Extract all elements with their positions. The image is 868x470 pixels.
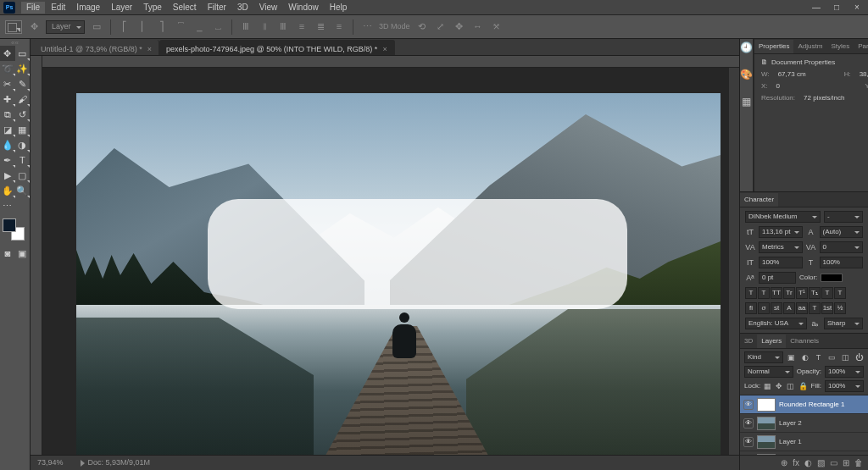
- 3d-roll-icon[interactable]: ⤢: [434, 20, 448, 34]
- vscale-field[interactable]: 100%: [759, 257, 803, 268]
- layer-thumbnail-icon[interactable]: [757, 417, 776, 430]
- font-size-field[interactable]: 113,16 pt: [759, 226, 803, 238]
- rounded-rectangle-layer[interactable]: [208, 199, 627, 309]
- tab-layers[interactable]: Layers: [757, 335, 786, 348]
- scrollbar-vertical[interactable]: [729, 68, 739, 455]
- new-layer-icon[interactable]: ⊞: [843, 459, 849, 467]
- layer-row[interactable]: 👁 Layer 1: [740, 433, 868, 451]
- menu-3d[interactable]: 3D: [232, 2, 253, 14]
- crop-tool-icon[interactable]: ✂: [0, 76, 15, 91]
- history-brush-tool-icon[interactable]: ↺: [15, 107, 31, 122]
- 3d-slide-icon[interactable]: ↔: [471, 20, 485, 34]
- menu-image[interactable]: Image: [71, 2, 105, 14]
- tab-paragraph[interactable]: Paragrap: [854, 40, 868, 53]
- font-style-dropdown[interactable]: -: [824, 211, 863, 223]
- ruler-vertical[interactable]: [31, 68, 42, 455]
- gradient-tool-icon[interactable]: ▦: [15, 122, 31, 137]
- faux-bold-button[interactable]: T: [745, 287, 757, 299]
- close-tab-icon[interactable]: ×: [382, 46, 387, 53]
- visibility-toggle-icon[interactable]: 👁: [743, 418, 754, 429]
- fractions-button[interactable]: ½: [834, 302, 846, 314]
- lock-all-icon[interactable]: 🔒: [798, 383, 808, 390]
- filter-shape-icon[interactable]: ▭: [826, 354, 837, 362]
- hscale-field[interactable]: 100%: [820, 257, 864, 268]
- healing-tool-icon[interactable]: ✚: [0, 91, 15, 107]
- titling-alt-button[interactable]: T: [809, 302, 821, 314]
- subscript-button[interactable]: T₁: [809, 287, 821, 299]
- transform-controls-icon[interactable]: ▭: [90, 20, 103, 34]
- filter-toggle-icon[interactable]: ⏻: [854, 354, 864, 362]
- contextual-alt-button[interactable]: σ: [758, 302, 770, 314]
- blend-mode-dropdown[interactable]: Normal: [744, 366, 793, 378]
- tab-character[interactable]: Character: [740, 193, 778, 207]
- status-zoom[interactable]: 73,94%: [37, 459, 64, 467]
- layer-thumbnail-icon[interactable]: [757, 398, 776, 412]
- dodge-tool-icon[interactable]: ◑: [15, 137, 31, 152]
- language-dropdown[interactable]: English: USA: [745, 318, 807, 329]
- mode-3d-label[interactable]: 3D Mode: [379, 23, 410, 30]
- baseline-field[interactable]: 0 pt: [759, 272, 796, 284]
- 3d-scale-icon[interactable]: ⤧: [490, 20, 504, 34]
- tab-3d[interactable]: 3D: [740, 335, 757, 348]
- adjustment-layer-icon[interactable]: ▧: [817, 459, 825, 467]
- history-panel-icon[interactable]: 🕘: [740, 42, 753, 53]
- shape-tool-icon[interactable]: ▢: [15, 168, 31, 183]
- filter-smart-icon[interactable]: ◫: [840, 354, 850, 362]
- edit-toolbar-icon[interactable]: ⋯: [0, 198, 15, 213]
- align-center-h-icon[interactable]: ⎢: [136, 20, 150, 34]
- discretionary-lig-button[interactable]: st: [771, 302, 782, 314]
- lock-position-icon[interactable]: ✥: [776, 383, 783, 390]
- layer-row[interactable]: 👁 Layer 2: [740, 414, 868, 433]
- marquee-tool-icon[interactable]: ▭: [15, 46, 31, 61]
- blur-tool-icon[interactable]: 💧: [0, 137, 15, 152]
- layer-effects-icon[interactable]: fx: [793, 459, 799, 467]
- screen-mode-icon[interactable]: ▣: [15, 246, 31, 261]
- layer-name[interactable]: Layer 2: [779, 420, 802, 427]
- tracking-field[interactable]: 0: [820, 241, 864, 253]
- distribute-left-icon[interactable]: Ⅲ: [239, 20, 253, 34]
- font-family-dropdown[interactable]: DINbek Medium: [745, 211, 821, 223]
- ordinals-button[interactable]: 1st: [821, 302, 833, 314]
- layer-filter-kind[interactable]: Kind: [744, 351, 783, 363]
- distribute-right-icon[interactable]: Ⅲ: [276, 20, 290, 34]
- superscript-button[interactable]: T¹: [796, 287, 808, 299]
- zoom-tool-icon[interactable]: 🔍: [15, 183, 31, 198]
- canvas[interactable]: [42, 68, 729, 455]
- window-maximize-icon[interactable]: □: [829, 3, 844, 12]
- more-options-icon[interactable]: ⋯: [360, 20, 374, 34]
- align-center-v-icon[interactable]: ⎯: [192, 20, 206, 34]
- menu-help[interactable]: Help: [325, 2, 353, 14]
- delete-layer-icon[interactable]: 🗑: [854, 459, 863, 467]
- status-chevron-icon[interactable]: [81, 460, 85, 467]
- stamp-tool-icon[interactable]: ⧉: [0, 107, 15, 122]
- layer-mask-icon[interactable]: ◐: [804, 459, 812, 467]
- distribute-bottom-icon[interactable]: ≡: [332, 20, 346, 34]
- move-tool-icon[interactable]: ✥: [0, 46, 15, 61]
- window-close-icon[interactable]: ×: [849, 3, 865, 12]
- ruler-origin-icon[interactable]: [31, 56, 42, 68]
- menu-select[interactable]: Select: [168, 2, 202, 14]
- 3d-orbit-icon[interactable]: ⟲: [415, 20, 429, 34]
- tab-properties[interactable]: Properties: [754, 40, 793, 53]
- leading-field[interactable]: (Auto): [820, 226, 864, 238]
- menu-window[interactable]: Window: [283, 2, 324, 14]
- kerning-field[interactable]: Metrics: [759, 241, 803, 253]
- auto-select-dropdown[interactable]: Layer: [46, 20, 85, 34]
- eyedropper-tool-icon[interactable]: ✎: [15, 76, 31, 91]
- align-top-icon[interactable]: ⎴: [174, 20, 187, 34]
- antialias-dropdown[interactable]: Sharp: [824, 318, 863, 329]
- distribute-center-h-icon[interactable]: ⫴: [258, 20, 271, 34]
- filter-adjust-icon[interactable]: ◐: [800, 354, 810, 362]
- strikethrough-button[interactable]: T: [834, 287, 846, 299]
- visibility-toggle-icon[interactable]: 👁: [743, 400, 754, 410]
- document-tab[interactable]: pexels-photo-747964.jpeg @ 50% (INTO THE…: [159, 40, 395, 55]
- text-color-swatch[interactable]: [821, 274, 843, 282]
- color-panel-icon[interactable]: 🎨: [740, 69, 753, 80]
- layer-row[interactable]: 👁 Rounded Rectangle 1: [740, 395, 868, 414]
- type-tool-icon[interactable]: T: [15, 152, 31, 168]
- filter-type-icon[interactable]: T: [814, 354, 824, 362]
- color-swatches[interactable]: [3, 218, 25, 241]
- link-layers-icon[interactable]: ⊕: [781, 459, 787, 467]
- menu-view[interactable]: View: [254, 2, 283, 14]
- group-layers-icon[interactable]: ▭: [830, 459, 837, 467]
